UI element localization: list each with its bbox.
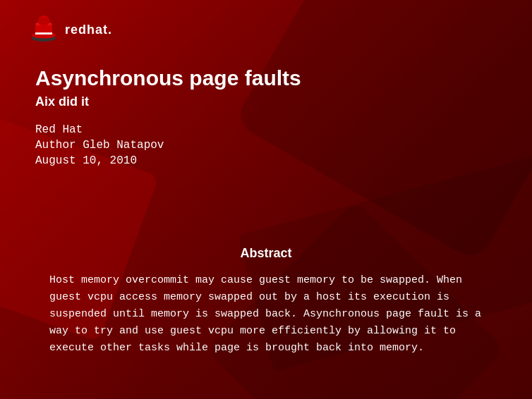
subtitle: Aix did it [35, 94, 504, 109]
main-title: Asynchronous page faults [35, 66, 504, 90]
header: redhat. [28, 14, 504, 45]
abstract-text: Host memory overcommit may cause guest m… [49, 272, 483, 357]
abstract-title: Abstract [49, 246, 483, 261]
svg-point-6 [38, 18, 49, 25]
org-name: Red Hat [35, 123, 504, 136]
author-name: Author Gleb Natapov [35, 139, 504, 152]
logo-text: redhat. [65, 23, 112, 37]
page-content: redhat. Asynchronous page faults Aix did… [0, 0, 532, 399]
meta-info: Red Hat Author Gleb Natapov August 10, 2… [35, 123, 504, 167]
redhat-logo-icon [28, 14, 59, 45]
logo-container: redhat. [28, 14, 112, 45]
presentation-date: August 10, 2010 [35, 154, 504, 167]
title-section: Asynchronous page faults Aix did it Red … [35, 66, 504, 167]
abstract-section: Abstract Host memory overcommit may caus… [28, 232, 504, 371]
svg-rect-4 [35, 32, 52, 35]
